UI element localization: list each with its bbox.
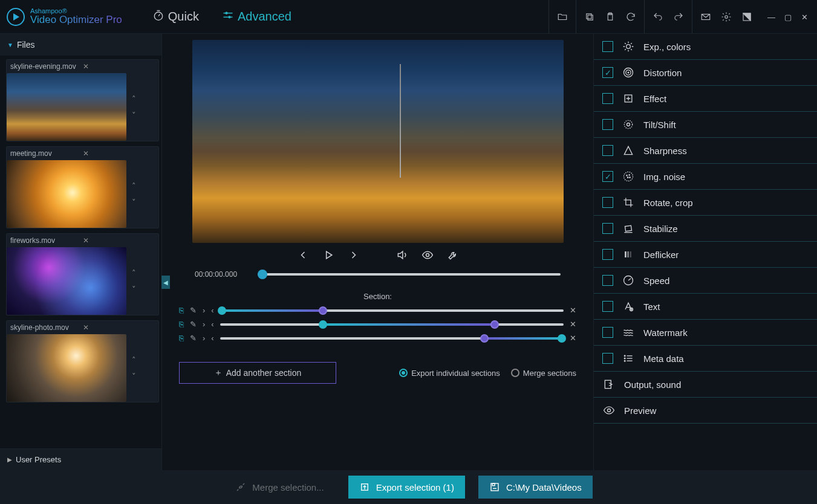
effect-distortion[interactable]: Distortion: [594, 60, 817, 86]
effect-effect[interactable]: Effect: [594, 86, 817, 112]
section-edit-icon[interactable]: ✎: [190, 320, 197, 329]
timeline-slider[interactable]: [258, 273, 561, 276]
mode-quick[interactable]: Quick: [146, 5, 205, 28]
section-prev-icon[interactable]: ‹: [211, 306, 213, 315]
settings-icon[interactable]: [719, 10, 734, 24]
effect-noise[interactable]: Img. noise: [594, 164, 817, 190]
copy-icon[interactable]: [582, 10, 597, 24]
redo-icon[interactable]: [671, 10, 686, 24]
undo-icon[interactable]: [651, 10, 665, 24]
file-item[interactable]: skyline-photo.mov ✕ ˄ ˅: [6, 320, 159, 402]
file-remove-icon[interactable]: ✕: [83, 323, 155, 332]
presets-header[interactable]: ▶ User Presets: [0, 448, 161, 470]
section-next-icon[interactable]: ›: [203, 306, 205, 315]
next-frame-button[interactable]: [348, 249, 360, 263]
section-delete-3[interactable]: ✕: [570, 334, 576, 343]
move-down-icon[interactable]: ˅: [132, 111, 136, 120]
effect-watermark[interactable]: Watermark: [594, 320, 817, 346]
effect-rotate[interactable]: Rotate, crop: [594, 190, 817, 216]
effect-text[interactable]: Text: [594, 294, 817, 320]
section-delete-1[interactable]: ✕: [570, 306, 576, 315]
effect-meta[interactable]: Meta data: [594, 346, 817, 372]
move-down-icon[interactable]: ˅: [132, 285, 136, 294]
section-slider-3[interactable]: [220, 337, 564, 340]
section-delete-2[interactable]: ✕: [570, 320, 576, 329]
file-item[interactable]: fireworks.mov ✕ ˄ ˅: [6, 233, 159, 315]
effect-checkbox[interactable]: [602, 353, 613, 364]
effect-checkbox[interactable]: [602, 171, 613, 182]
file-thumbnail[interactable]: [7, 73, 126, 141]
file-thumbnail[interactable]: [7, 334, 126, 402]
effect-checkbox[interactable]: [602, 197, 613, 208]
file-remove-icon[interactable]: ✕: [83, 149, 155, 158]
section-next-icon[interactable]: ›: [203, 320, 205, 329]
export-selection-button[interactable]: Export selection (1): [348, 476, 465, 499]
open-folder-icon[interactable]: [555, 10, 570, 24]
effect-preview[interactable]: Preview: [594, 398, 817, 424]
file-thumbnail[interactable]: [7, 160, 126, 228]
effect-deflicker[interactable]: Deflicker: [594, 242, 817, 268]
refresh-icon[interactable]: [623, 10, 638, 24]
effect-checkbox[interactable]: [602, 301, 613, 312]
export-individual-radio[interactable]: Export individual sections: [399, 369, 500, 378]
section-snap-icon[interactable]: ⎘: [179, 320, 184, 329]
effect-checkbox[interactable]: [602, 223, 613, 234]
tilt-icon: [622, 118, 635, 131]
effect-checkbox[interactable]: [602, 145, 613, 156]
minimize-button[interactable]: —: [767, 13, 776, 21]
section-snap-icon[interactable]: ⎘: [179, 334, 184, 343]
section-next-icon[interactable]: ›: [203, 334, 205, 343]
move-down-icon[interactable]: ˅: [132, 198, 136, 207]
svg-rect-32: [625, 251, 627, 257]
section-slider-1[interactable]: [220, 309, 564, 312]
effect-checkbox[interactable]: [602, 67, 613, 78]
move-up-icon[interactable]: ˄: [132, 94, 136, 103]
move-down-icon[interactable]: ˅: [132, 372, 136, 381]
section-prev-icon[interactable]: ‹: [211, 320, 213, 329]
volume-button[interactable]: [396, 249, 408, 263]
section-snap-icon[interactable]: ⎘: [179, 306, 184, 315]
video-preview[interactable]: [192, 40, 564, 243]
move-up-icon[interactable]: ˄: [132, 181, 136, 190]
effect-checkbox[interactable]: [602, 327, 613, 338]
files-header[interactable]: ▼ Files: [0, 34, 161, 56]
collapse-sidebar-handle[interactable]: ◀: [161, 276, 170, 289]
play-button[interactable]: [322, 249, 334, 263]
tools-button[interactable]: [447, 249, 459, 263]
maximize-button[interactable]: ▢: [784, 13, 793, 21]
section-prev-icon[interactable]: ‹: [211, 334, 213, 343]
effect-checkbox[interactable]: [602, 41, 613, 52]
svg-rect-31: [625, 225, 631, 231]
effect-checkbox[interactable]: [602, 93, 613, 104]
prev-frame-button[interactable]: [297, 249, 309, 263]
effect-speed[interactable]: Speed: [594, 268, 817, 294]
close-button[interactable]: ✕: [801, 13, 810, 21]
section-edit-icon[interactable]: ✎: [190, 306, 197, 315]
mail-icon[interactable]: [698, 10, 713, 24]
output-path-button[interactable]: C:\My Data\Videos: [478, 476, 593, 499]
file-thumbnail[interactable]: [7, 247, 126, 315]
mode-advanced[interactable]: Advanced: [216, 5, 298, 28]
clipboard-icon[interactable]: [603, 10, 617, 24]
section-edit-icon[interactable]: ✎: [190, 334, 197, 343]
file-remove-icon[interactable]: ✕: [83, 236, 155, 245]
section-slider-2[interactable]: [220, 323, 564, 326]
file-item[interactable]: meeting.mov ✕ ˄ ˅: [6, 146, 159, 228]
move-up-icon[interactable]: ˄: [132, 268, 136, 277]
effect-checkbox[interactable]: [602, 249, 613, 260]
add-section-button[interactable]: ＋ Add another section: [179, 362, 336, 384]
effect-checkbox[interactable]: [602, 275, 613, 286]
effect-stabilize[interactable]: Stabilize: [594, 216, 817, 242]
preview-toggle-button[interactable]: [422, 249, 434, 263]
theme-icon[interactable]: [740, 10, 754, 24]
file-item[interactable]: skyline-evening.mov ✕ ˄ ˅: [6, 59, 159, 141]
effect-tilt[interactable]: Tilt/Shift: [594, 112, 817, 138]
file-remove-icon[interactable]: ✕: [83, 62, 155, 71]
merge-sections-radio[interactable]: Merge sections: [511, 369, 576, 378]
merge-selection-button[interactable]: Merge selection...: [224, 476, 334, 499]
effect-checkbox[interactable]: [602, 119, 613, 130]
move-up-icon[interactable]: ˄: [132, 355, 136, 364]
effect-output[interactable]: Output, sound: [594, 372, 817, 398]
effect-sharpness[interactable]: Sharpness: [594, 138, 817, 164]
effect-exp[interactable]: Exp., colors: [594, 34, 817, 60]
